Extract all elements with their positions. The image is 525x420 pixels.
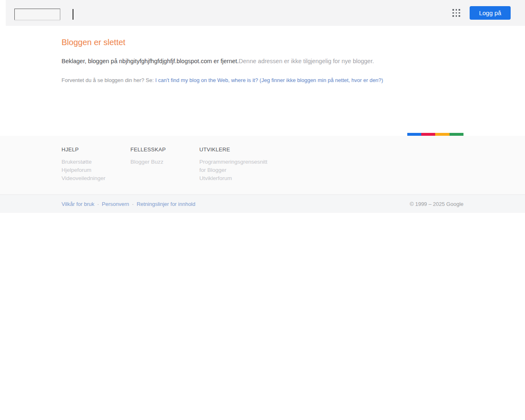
footer-link-blogger-buzz[interactable]: Blogger Buzz — [130, 158, 199, 166]
color-bar-blue — [407, 133, 421, 136]
google-color-bar — [407, 133, 463, 136]
apps-grid-dot — [456, 9, 457, 11]
footer-heading-community: FELLESSKAP — [130, 146, 199, 153]
legal-separator: · — [132, 201, 134, 207]
help-link[interactable]: I can't find my blog on the Web, where i… — [155, 77, 383, 83]
footer-column-community: FELLESSKAP Blogger Buzz — [130, 146, 199, 183]
footer-link-utviklerforum[interactable]: Utviklerforum — [199, 174, 268, 183]
apps-grid-icon[interactable] — [452, 9, 460, 17]
color-bar-green — [450, 133, 463, 136]
color-bar-red — [421, 133, 435, 136]
legal-link-privacy[interactable]: Personvern — [102, 201, 129, 207]
legal-link-terms[interactable]: Vilkår for bruk — [62, 201, 94, 207]
copyright-text: © 1999 – 2025 Google — [410, 201, 463, 207]
footer: HJELP Brukerstøtte Hjelpeforum Videoveil… — [0, 136, 525, 194]
help-line: Forventet du å se bloggen din her? Se: I… — [62, 77, 463, 83]
color-bar-yellow — [435, 133, 450, 136]
deletion-message-primary: Beklager, bloggen på nbjhgityfghjfhgfdjg… — [62, 58, 239, 64]
login-button[interactable]: Logg på — [470, 6, 511, 20]
header: Logg på — [6, 0, 525, 26]
footer-column-help: HJELP Brukerstøtte Hjelpeforum Videoveil… — [62, 146, 130, 183]
text-caret — [73, 9, 73, 20]
apps-grid-dot — [452, 9, 454, 11]
apps-grid-dot — [456, 12, 457, 14]
main-content: Bloggen er slettet Beklager, bloggen på … — [0, 26, 525, 136]
apps-grid-dot — [452, 12, 454, 14]
legal-separator: · — [97, 201, 99, 207]
header-actions: Logg på — [452, 0, 511, 26]
footer-heading-help: HJELP — [62, 146, 130, 153]
apps-grid-dot — [459, 12, 460, 14]
footer-column-developers: UTVIKLERE Programmeringsgrensesnitt for … — [199, 146, 268, 183]
deletion-message: Beklager, bloggen på nbjhgityfghjfhgfdjg… — [62, 58, 463, 64]
apps-grid-dot — [452, 15, 454, 17]
legal-links: Vilkår for bruk · Personvern · Retningsl… — [62, 201, 195, 207]
apps-grid-dot — [459, 15, 460, 17]
blogger-logo-placeholder[interactable] — [14, 9, 60, 20]
apps-grid-dot — [459, 9, 460, 11]
footer-link-brukerstotte[interactable]: Brukerstøtte — [62, 158, 130, 166]
footer-link-videoveiledninger[interactable]: Videoveiledninger — [62, 174, 130, 183]
footer-heading-developers: UTVIKLERE — [199, 146, 268, 153]
help-prompt: Forventet du å se bloggen din her? Se: — [62, 77, 155, 83]
page-title: Bloggen er slettet — [62, 26, 463, 47]
legal-link-content-policy[interactable]: Retningslinjer for innhold — [137, 201, 195, 207]
apps-grid-dot — [456, 15, 457, 17]
deletion-message-secondary: Denne adressen er ikke tilgjengelig for … — [239, 58, 374, 64]
footer-link-hjelpeforum[interactable]: Hjelpeforum — [62, 166, 130, 174]
footer-link-api[interactable]: Programmeringsgrensesnitt for Blogger — [199, 158, 267, 174]
footer-legal-bar: Vilkår for bruk · Personvern · Retningsl… — [0, 194, 525, 213]
